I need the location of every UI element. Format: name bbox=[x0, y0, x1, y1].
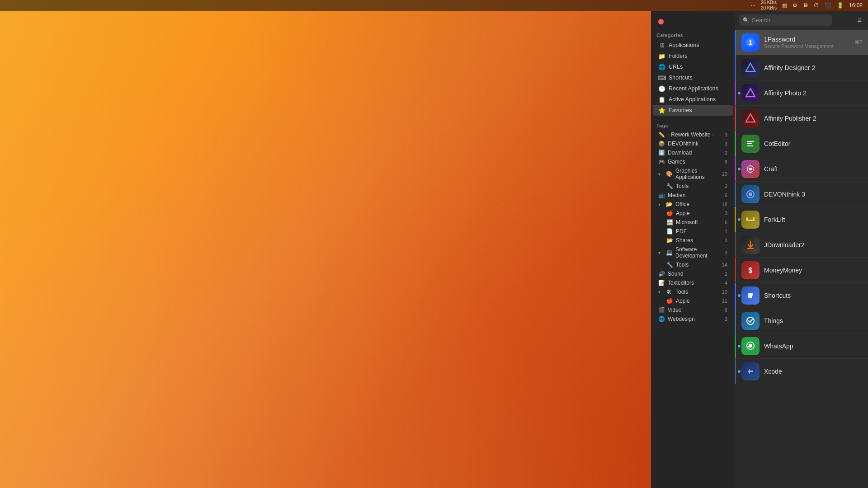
tag-apple-tools[interactable]: 🍎 Apple 11 bbox=[653, 296, 733, 305]
games-count: 6 bbox=[721, 159, 727, 164]
softwaredev-count: 3 bbox=[721, 250, 727, 255]
dot-affinity-photo bbox=[738, 92, 741, 94]
menubar-battery-icon[interactable]: 🔋 bbox=[837, 2, 844, 9]
sidebar-item-folders[interactable]: 📁 Folders bbox=[653, 51, 733, 61]
tools-graphics-count: 2 bbox=[721, 183, 727, 189]
app-name-affinity-publisher: Affinity Publisher 2 bbox=[764, 115, 863, 122]
dot-shortcuts bbox=[738, 294, 741, 297]
tag-tools-graphics[interactable]: 🔧 Tools 2 bbox=[653, 182, 733, 191]
tag-graphics[interactable]: ▾ 🎨 Graphics Applications 10 bbox=[653, 166, 733, 182]
app-item-affinity-photo[interactable]: Affinity Photo 2 bbox=[735, 80, 868, 106]
devonthink-tag-icon: 📦 bbox=[658, 141, 665, 147]
favorites-icon: ⭐ bbox=[658, 107, 665, 114]
tag-webdesign[interactable]: 🌐 Webdesign 2 bbox=[653, 314, 733, 324]
app-name-affinity-designer: Affinity Designer 2 bbox=[764, 64, 863, 71]
app-item-coteditor[interactable]: CotEditor bbox=[735, 131, 868, 156]
svg-text:1: 1 bbox=[749, 39, 752, 46]
app-item-moneymoney[interactable]: $ MoneyMoney bbox=[735, 258, 868, 283]
tools-graphics-icon: 🔧 bbox=[666, 183, 673, 189]
app-shortcut-1password: ⌘P bbox=[854, 39, 863, 45]
menubar-grid-icon[interactable]: ▦ bbox=[782, 2, 787, 9]
app-item-devonthink[interactable]: DEVONthink 3 bbox=[735, 182, 868, 207]
sidebar-item-urls[interactable]: 🌐 URLs bbox=[653, 61, 733, 72]
tag-rework[interactable]: ✏️ - Rework Website - 3 bbox=[653, 130, 733, 139]
tag-video[interactable]: 🎬 Video 6 bbox=[653, 305, 733, 314]
office-icon: 📂 bbox=[666, 201, 672, 207]
app-icon-coteditor bbox=[741, 135, 760, 153]
dot-craft bbox=[738, 168, 741, 170]
download-count: 2 bbox=[721, 150, 727, 155]
app-name-coteditor: CotEditor bbox=[764, 140, 863, 147]
app-item-affinity-designer[interactable]: Affinity Designer 2 bbox=[735, 55, 868, 80]
app-name-shortcuts: Shortcuts bbox=[764, 292, 863, 299]
shares-count: 3 bbox=[721, 238, 727, 243]
app-desc-1password: Secure Password Management bbox=[764, 43, 854, 49]
categories-header: Categories bbox=[651, 29, 735, 40]
rework-icon: ✏️ bbox=[658, 131, 665, 138]
menubar-settings-icon[interactable]: ⚙ bbox=[793, 2, 797, 9]
app-name-1password: 1Password bbox=[764, 36, 854, 43]
app-item-shortcuts[interactable]: Shortcuts bbox=[735, 283, 868, 308]
app-item-things[interactable]: Things bbox=[735, 308, 868, 333]
menu-icon[interactable]: ≡ bbox=[856, 15, 863, 25]
tools-count: 10 bbox=[721, 289, 727, 295]
app-item-affinity-publisher[interactable]: Affinity Publisher 2 bbox=[735, 106, 868, 131]
tags-header: Tags bbox=[651, 119, 735, 130]
app-icon-craft bbox=[741, 160, 760, 178]
tag-apple-office[interactable]: 🍎 Apple 3 bbox=[653, 209, 733, 218]
app-info-affinity-publisher: Affinity Publisher 2 bbox=[764, 115, 863, 122]
search-input[interactable] bbox=[739, 14, 832, 26]
tag-office[interactable]: ▾ 📂 Office 18 bbox=[653, 200, 733, 209]
app-item-xcode[interactable]: Xcode bbox=[735, 359, 868, 384]
app-item-1password[interactable]: 1 1Password Secure Password Management ⌘… bbox=[735, 30, 868, 55]
menubar-dots[interactable]: ··· bbox=[751, 2, 755, 9]
apple-office-count: 3 bbox=[721, 211, 727, 216]
sidebar-label-urls: URLs bbox=[669, 64, 727, 70]
tag-texteditors[interactable]: 📝 Texteditors 4 bbox=[653, 278, 733, 287]
app-name-jdownloader: JDownloader2 bbox=[764, 241, 863, 249]
close-button[interactable] bbox=[658, 19, 664, 24]
recent-icon: 🕐 bbox=[658, 85, 665, 92]
tag-tools-dev[interactable]: 🔧 Tools 14 bbox=[653, 260, 733, 269]
office-count: 18 bbox=[721, 202, 727, 207]
apple-tools-icon: 🍎 bbox=[666, 298, 673, 304]
sidebar-item-recent[interactable]: 🕐 Recent Applications bbox=[653, 83, 733, 94]
tag-microsoft[interactable]: 🪟 Microsoft 6 bbox=[653, 218, 733, 227]
video-icon: 🎬 bbox=[658, 307, 665, 313]
graphics-collapse-icon[interactable]: ▾ bbox=[658, 172, 663, 176]
app-item-craft[interactable]: Craft bbox=[735, 156, 868, 182]
tools-collapse-icon[interactable]: ▾ bbox=[658, 290, 663, 294]
sidebar-item-shortcuts[interactable]: ⌨ Shortcuts bbox=[653, 72, 733, 83]
sidebar-label-applications: Applications bbox=[669, 42, 727, 48]
sidebar-item-applications[interactable]: 🖥 Applications bbox=[653, 40, 733, 51]
svg-point-16 bbox=[747, 317, 754, 324]
tag-medien[interactable]: 📺 Medien 6 bbox=[653, 191, 733, 200]
tag-sound[interactable]: 🔊 Sound 2 bbox=[653, 269, 733, 278]
app-info-moneymoney: MoneyMoney bbox=[764, 267, 863, 274]
softwaredev-collapse-icon[interactable]: ▾ bbox=[658, 250, 663, 255]
app-icon-1password: 1 bbox=[741, 33, 760, 52]
app-icon-moneymoney: $ bbox=[741, 261, 760, 279]
app-item-jdownloader[interactable]: JDownloader2 bbox=[735, 232, 868, 258]
shortcuts-icon: ⌨ bbox=[658, 74, 665, 81]
download-icon: ⬇️ bbox=[658, 150, 665, 156]
tag-shares[interactable]: 📂 Shares 3 bbox=[653, 236, 733, 245]
menubar-screen-icon[interactable]: 🖥 bbox=[803, 2, 808, 9]
tag-pdf[interactable]: 📄 PDF 1 bbox=[653, 227, 733, 236]
menubar-cast-icon[interactable]: ⬛ bbox=[825, 2, 831, 9]
texteditors-icon: 📝 bbox=[658, 280, 665, 286]
menubar-clock-icon[interactable]: ⏱ bbox=[814, 2, 819, 9]
tag-tools[interactable]: ▾ 🛠 Tools 10 bbox=[653, 287, 733, 296]
app-item-forklift[interactable]: ForkLift bbox=[735, 207, 868, 232]
softwaredev-icon: 💻 bbox=[666, 249, 672, 256]
sidebar-item-favorites[interactable]: ⭐ Favorites bbox=[653, 105, 733, 116]
office-collapse-icon[interactable]: ▾ bbox=[658, 202, 663, 206]
tag-download[interactable]: ⬇️ Download 2 bbox=[653, 148, 733, 157]
tag-games[interactable]: 🎮 Games 6 bbox=[653, 157, 733, 166]
sidebar-item-active[interactable]: 📋 Active Applications bbox=[653, 94, 733, 105]
app-name-things: Things bbox=[764, 317, 863, 324]
svg-rect-7 bbox=[747, 145, 753, 146]
tag-softwaredev[interactable]: ▾ 💻 Software Development 3 bbox=[653, 245, 733, 260]
tag-devonthink[interactable]: 📦 DEVONthink 3 bbox=[653, 139, 733, 148]
app-item-whatsapp[interactable]: WhatsApp bbox=[735, 333, 868, 359]
